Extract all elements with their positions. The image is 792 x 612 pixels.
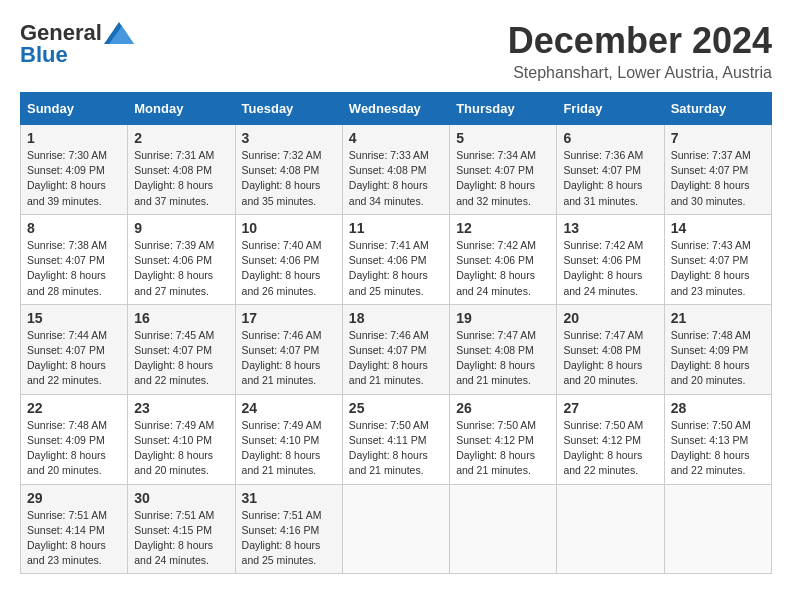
calendar-cell: 15Sunrise: 7:44 AMSunset: 4:07 PMDayligh… — [21, 304, 128, 394]
day-number: 12 — [456, 220, 550, 236]
day-info: Sunrise: 7:41 AMSunset: 4:06 PMDaylight:… — [349, 238, 443, 299]
calendar-cell: 7Sunrise: 7:37 AMSunset: 4:07 PMDaylight… — [664, 125, 771, 215]
day-number: 23 — [134, 400, 228, 416]
day-number: 26 — [456, 400, 550, 416]
calendar-week-row: 8Sunrise: 7:38 AMSunset: 4:07 PMDaylight… — [21, 214, 772, 304]
day-info: Sunrise: 7:42 AMSunset: 4:06 PMDaylight:… — [456, 238, 550, 299]
day-info: Sunrise: 7:49 AMSunset: 4:10 PMDaylight:… — [134, 418, 228, 479]
logo-icon — [104, 22, 134, 44]
day-info: Sunrise: 7:30 AMSunset: 4:09 PMDaylight:… — [27, 148, 121, 209]
day-info: Sunrise: 7:50 AMSunset: 4:12 PMDaylight:… — [456, 418, 550, 479]
calendar-cell: 24Sunrise: 7:49 AMSunset: 4:10 PMDayligh… — [235, 394, 342, 484]
calendar-cell: 3Sunrise: 7:32 AMSunset: 4:08 PMDaylight… — [235, 125, 342, 215]
day-info: Sunrise: 7:43 AMSunset: 4:07 PMDaylight:… — [671, 238, 765, 299]
day-info: Sunrise: 7:46 AMSunset: 4:07 PMDaylight:… — [349, 328, 443, 389]
day-number: 15 — [27, 310, 121, 326]
day-number: 10 — [242, 220, 336, 236]
logo-blue: Blue — [20, 42, 68, 68]
calendar-cell: 1Sunrise: 7:30 AMSunset: 4:09 PMDaylight… — [21, 125, 128, 215]
calendar-week-row: 22Sunrise: 7:48 AMSunset: 4:09 PMDayligh… — [21, 394, 772, 484]
day-info: Sunrise: 7:48 AMSunset: 4:09 PMDaylight:… — [671, 328, 765, 389]
day-number: 18 — [349, 310, 443, 326]
day-info: Sunrise: 7:50 AMSunset: 4:11 PMDaylight:… — [349, 418, 443, 479]
calendar-cell: 16Sunrise: 7:45 AMSunset: 4:07 PMDayligh… — [128, 304, 235, 394]
calendar-subtitle: Stephanshart, Lower Austria, Austria — [508, 64, 772, 82]
day-number: 2 — [134, 130, 228, 146]
calendar-week-row: 15Sunrise: 7:44 AMSunset: 4:07 PMDayligh… — [21, 304, 772, 394]
calendar-cell: 20Sunrise: 7:47 AMSunset: 4:08 PMDayligh… — [557, 304, 664, 394]
day-info: Sunrise: 7:42 AMSunset: 4:06 PMDaylight:… — [563, 238, 657, 299]
day-number: 20 — [563, 310, 657, 326]
calendar-cell: 30Sunrise: 7:51 AMSunset: 4:15 PMDayligh… — [128, 484, 235, 574]
day-info: Sunrise: 7:34 AMSunset: 4:07 PMDaylight:… — [456, 148, 550, 209]
calendar-cell: 9Sunrise: 7:39 AMSunset: 4:06 PMDaylight… — [128, 214, 235, 304]
calendar-cell: 19Sunrise: 7:47 AMSunset: 4:08 PMDayligh… — [450, 304, 557, 394]
day-info: Sunrise: 7:39 AMSunset: 4:06 PMDaylight:… — [134, 238, 228, 299]
header-cell: Saturday — [664, 93, 771, 125]
day-number: 28 — [671, 400, 765, 416]
calendar-cell: 6Sunrise: 7:36 AMSunset: 4:07 PMDaylight… — [557, 125, 664, 215]
day-number: 31 — [242, 490, 336, 506]
day-info: Sunrise: 7:40 AMSunset: 4:06 PMDaylight:… — [242, 238, 336, 299]
day-number: 11 — [349, 220, 443, 236]
calendar-week-row: 1Sunrise: 7:30 AMSunset: 4:09 PMDaylight… — [21, 125, 772, 215]
calendar-cell: 21Sunrise: 7:48 AMSunset: 4:09 PMDayligh… — [664, 304, 771, 394]
day-info: Sunrise: 7:46 AMSunset: 4:07 PMDaylight:… — [242, 328, 336, 389]
calendar-cell — [664, 484, 771, 574]
day-info: Sunrise: 7:49 AMSunset: 4:10 PMDaylight:… — [242, 418, 336, 479]
calendar-cell — [450, 484, 557, 574]
day-info: Sunrise: 7:51 AMSunset: 4:16 PMDaylight:… — [242, 508, 336, 569]
calendar-cell: 2Sunrise: 7:31 AMSunset: 4:08 PMDaylight… — [128, 125, 235, 215]
day-number: 8 — [27, 220, 121, 236]
calendar-cell: 18Sunrise: 7:46 AMSunset: 4:07 PMDayligh… — [342, 304, 449, 394]
day-number: 17 — [242, 310, 336, 326]
day-info: Sunrise: 7:50 AMSunset: 4:12 PMDaylight:… — [563, 418, 657, 479]
day-number: 4 — [349, 130, 443, 146]
header-cell: Tuesday — [235, 93, 342, 125]
logo: General Blue — [20, 20, 134, 68]
day-number: 13 — [563, 220, 657, 236]
day-number: 25 — [349, 400, 443, 416]
calendar-cell: 5Sunrise: 7:34 AMSunset: 4:07 PMDaylight… — [450, 125, 557, 215]
day-info: Sunrise: 7:36 AMSunset: 4:07 PMDaylight:… — [563, 148, 657, 209]
day-info: Sunrise: 7:47 AMSunset: 4:08 PMDaylight:… — [563, 328, 657, 389]
calendar-cell — [342, 484, 449, 574]
calendar-cell: 12Sunrise: 7:42 AMSunset: 4:06 PMDayligh… — [450, 214, 557, 304]
day-number: 19 — [456, 310, 550, 326]
day-number: 5 — [456, 130, 550, 146]
day-number: 14 — [671, 220, 765, 236]
header-cell: Monday — [128, 93, 235, 125]
calendar-week-row: 29Sunrise: 7:51 AMSunset: 4:14 PMDayligh… — [21, 484, 772, 574]
day-number: 21 — [671, 310, 765, 326]
calendar-cell: 8Sunrise: 7:38 AMSunset: 4:07 PMDaylight… — [21, 214, 128, 304]
calendar-title: December 2024 — [508, 20, 772, 62]
day-info: Sunrise: 7:45 AMSunset: 4:07 PMDaylight:… — [134, 328, 228, 389]
day-number: 3 — [242, 130, 336, 146]
day-number: 9 — [134, 220, 228, 236]
day-number: 16 — [134, 310, 228, 326]
calendar-cell: 13Sunrise: 7:42 AMSunset: 4:06 PMDayligh… — [557, 214, 664, 304]
calendar-cell: 11Sunrise: 7:41 AMSunset: 4:06 PMDayligh… — [342, 214, 449, 304]
day-number: 7 — [671, 130, 765, 146]
day-number: 1 — [27, 130, 121, 146]
day-info: Sunrise: 7:38 AMSunset: 4:07 PMDaylight:… — [27, 238, 121, 299]
header-cell: Thursday — [450, 93, 557, 125]
calendar-cell: 29Sunrise: 7:51 AMSunset: 4:14 PMDayligh… — [21, 484, 128, 574]
calendar-cell — [557, 484, 664, 574]
day-info: Sunrise: 7:47 AMSunset: 4:08 PMDaylight:… — [456, 328, 550, 389]
calendar-table: SundayMondayTuesdayWednesdayThursdayFrid… — [20, 92, 772, 574]
calendar-cell: 23Sunrise: 7:49 AMSunset: 4:10 PMDayligh… — [128, 394, 235, 484]
day-number: 22 — [27, 400, 121, 416]
day-info: Sunrise: 7:33 AMSunset: 4:08 PMDaylight:… — [349, 148, 443, 209]
header-cell: Sunday — [21, 93, 128, 125]
day-info: Sunrise: 7:51 AMSunset: 4:15 PMDaylight:… — [134, 508, 228, 569]
day-number: 30 — [134, 490, 228, 506]
day-info: Sunrise: 7:50 AMSunset: 4:13 PMDaylight:… — [671, 418, 765, 479]
calendar-cell: 27Sunrise: 7:50 AMSunset: 4:12 PMDayligh… — [557, 394, 664, 484]
day-number: 24 — [242, 400, 336, 416]
day-info: Sunrise: 7:31 AMSunset: 4:08 PMDaylight:… — [134, 148, 228, 209]
calendar-cell: 4Sunrise: 7:33 AMSunset: 4:08 PMDaylight… — [342, 125, 449, 215]
title-section: December 2024 Stephanshart, Lower Austri… — [508, 20, 772, 82]
day-info: Sunrise: 7:37 AMSunset: 4:07 PMDaylight:… — [671, 148, 765, 209]
calendar-cell: 10Sunrise: 7:40 AMSunset: 4:06 PMDayligh… — [235, 214, 342, 304]
